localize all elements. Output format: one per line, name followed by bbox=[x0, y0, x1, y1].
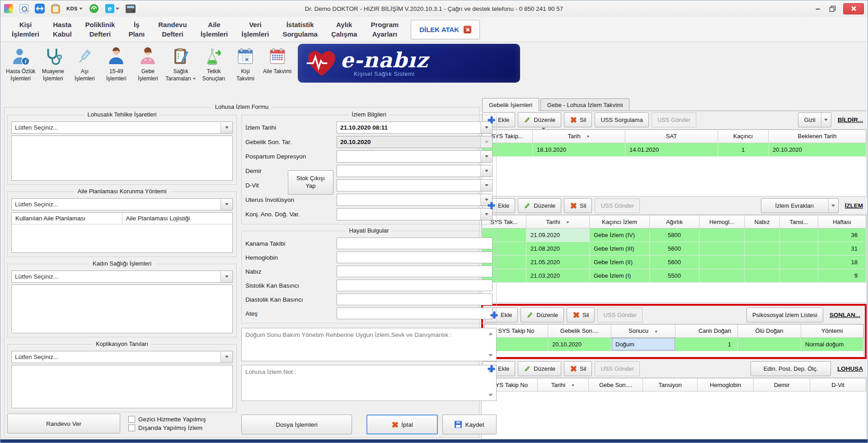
scroll-down-icon[interactable] bbox=[488, 394, 493, 396]
chevron-down-icon[interactable] bbox=[480, 209, 492, 220]
toolbar-item-15-49[interactable]: 15-49 İşlemleri bbox=[100, 44, 132, 82]
table-cell[interactable]: 18 bbox=[818, 256, 866, 269]
kadin-sagligi-listbox[interactable] bbox=[11, 284, 233, 333]
table-cell[interactable]: 20.10.2020 bbox=[769, 143, 866, 156]
table-cell[interactable]: Gebe İzlem (I) bbox=[590, 269, 650, 283]
dosya-islemleri-button[interactable]: Dosya İşlemleri bbox=[241, 415, 352, 434]
table-cell[interactable]: 5600 bbox=[650, 256, 699, 269]
column-header[interactable]: Tarih▼ bbox=[533, 130, 625, 143]
column-header[interactable]: Ölü Doğan bbox=[738, 324, 801, 337]
gezici-hizmette-checkbox-row[interactable]: Gezici Hizmette Yapılmış bbox=[128, 416, 206, 423]
toolbar-item-muayene[interactable]: Muayene İşlemleri bbox=[37, 44, 69, 82]
lohusa-izlem-not-textarea[interactable]: Lohusa İzlem Not : bbox=[241, 365, 497, 401]
kaydet-button[interactable]: Kaydet bbox=[442, 415, 497, 434]
column-header[interactable]: Kullanılan Aile Planlaması bbox=[12, 213, 122, 224]
column-header[interactable]: Sonucu▲ bbox=[611, 324, 676, 337]
table-cell[interactable] bbox=[699, 256, 745, 269]
koplikasyon-listbox[interactable] bbox=[11, 365, 233, 408]
table-row[interactable]: 21.03.2020Gebe İzlem (I)55009 bbox=[482, 269, 866, 283]
column-header[interactable]: Ağırlık bbox=[650, 215, 699, 228]
tehlike-listbox[interactable] bbox=[11, 135, 233, 181]
table-cell[interactable]: Gebe İzlem (II) bbox=[590, 256, 650, 269]
ates-input[interactable] bbox=[337, 308, 493, 319]
table-cell[interactable]: 18.10.2020 bbox=[533, 143, 625, 156]
table-cell[interactable]: 21.08.2020 bbox=[526, 242, 590, 256]
table-cell[interactable] bbox=[780, 269, 818, 283]
tab-is-plani[interactable]: İşPlanı bbox=[122, 19, 151, 40]
chevron-down-icon[interactable] bbox=[480, 165, 492, 177]
scroll-up-icon[interactable] bbox=[488, 332, 493, 335]
checkbox[interactable] bbox=[128, 424, 135, 431]
chevron-down-icon[interactable] bbox=[821, 113, 831, 127]
table-row[interactable]: 21.08.2020Gebe İzlem (III)560031 bbox=[482, 242, 866, 256]
sil-button[interactable]: Sil bbox=[567, 308, 595, 322]
table-cell[interactable]: Normal doğum bbox=[801, 337, 863, 351]
gizli-dropdown[interactable]: Gizli bbox=[798, 112, 831, 127]
column-header[interactable]: Demir bbox=[754, 378, 810, 392]
aile-planlamasi-empty-area[interactable] bbox=[12, 224, 232, 252]
tab-program-ayarlari[interactable]: ProgramAyarları bbox=[364, 19, 405, 40]
toolbar-item-saglik-taramalari[interactable]: Sağlık Taramaları bbox=[164, 44, 198, 82]
column-header[interactable]: Tansiyon bbox=[643, 378, 698, 392]
column-header[interactable]: Tarihi▼ bbox=[538, 378, 589, 392]
column-header[interactable]: Aile Planlaması Lojistiği bbox=[122, 213, 233, 224]
sil-button[interactable]: Sil bbox=[564, 198, 592, 213]
table-cell[interactable]: 36 bbox=[818, 228, 866, 242]
remote-support-icon[interactable] bbox=[35, 4, 45, 14]
table-cell[interactable] bbox=[699, 269, 745, 283]
search-icon[interactable] bbox=[19, 4, 28, 13]
e-app-menu[interactable]: e bbox=[105, 4, 119, 13]
psikososyal-izlem-listesi-button[interactable]: Psikososyal İzlem Listesi bbox=[746, 308, 823, 322]
table-cell[interactable]: 1 bbox=[676, 337, 738, 351]
tab-gebelik-islemleri[interactable]: Gebelik İşlemleri bbox=[482, 98, 539, 111]
table-cell[interactable]: 1 bbox=[718, 143, 769, 156]
table-cell[interactable] bbox=[699, 242, 745, 256]
table-row[interactable]: 21.05.2020Gebe İzlem (II)560018 bbox=[482, 256, 866, 269]
minimize-button[interactable]: – bbox=[814, 6, 822, 11]
diastolik-kan-basinci-input[interactable] bbox=[337, 294, 493, 305]
sistolik-kan-basinci-input[interactable] bbox=[337, 280, 493, 291]
sil-button[interactable]: Sil bbox=[564, 112, 592, 127]
column-header[interactable]: Nabız bbox=[745, 215, 780, 228]
koplikasyon-combo[interactable]: Lütfen Seçiniz... bbox=[11, 351, 233, 363]
restore-button[interactable] bbox=[829, 5, 836, 12]
close-button[interactable] bbox=[843, 3, 864, 14]
chevron-down-icon[interactable] bbox=[221, 271, 232, 282]
dogum-sonu-bakim-textarea[interactable]: Doğum Sonu Bakım Yönetim Rehberine Uygun… bbox=[241, 328, 497, 361]
column-header[interactable]: Kaçıncı İzlem bbox=[590, 215, 650, 228]
device-icon[interactable] bbox=[126, 5, 136, 13]
bildir-link[interactable]: BİLDİR... bbox=[838, 117, 863, 123]
table-cell[interactable]: 21.05.2020 bbox=[526, 256, 590, 269]
izlem-tarihi-combo[interactable]: 21.10.2020 08:11 bbox=[337, 121, 493, 134]
tab-aile-islemleri[interactable]: Aileİşlemleri bbox=[194, 19, 235, 40]
column-header[interactable]: Hemoglobin bbox=[698, 378, 754, 392]
table-cell[interactable]: 20.10.2020 bbox=[548, 337, 611, 351]
uterus-involusyon-combo[interactable] bbox=[337, 194, 493, 206]
column-header[interactable]: Hemogl... bbox=[699, 215, 745, 228]
toolbar-item-asi[interactable]: Aşı İşlemleri bbox=[69, 44, 100, 82]
table-cell[interactable] bbox=[745, 242, 780, 256]
checkbox[interactable] bbox=[128, 416, 135, 423]
tab-randevu-defteri[interactable]: RandevuDefteri bbox=[151, 19, 193, 40]
table-cell[interactable]: 31 bbox=[818, 242, 866, 256]
column-header[interactable]: Haftası bbox=[818, 215, 866, 228]
nabiz-input[interactable] bbox=[337, 266, 493, 277]
toolbar-item-gebe[interactable]: Gebe İşlemleri bbox=[132, 44, 164, 82]
column-header[interactable]: SAT bbox=[625, 130, 718, 143]
column-header[interactable]: Canlı Doğan bbox=[676, 324, 738, 337]
chevron-down-icon[interactable] bbox=[480, 122, 492, 133]
table-cell[interactable] bbox=[699, 228, 745, 242]
table-cell[interactable]: Gebe İzlem (IV) bbox=[590, 228, 650, 242]
table-cell[interactable] bbox=[780, 242, 818, 256]
table-cell[interactable]: 21.09.2020 bbox=[526, 228, 590, 242]
tab-veri-islemleri[interactable]: Veriİşlemleri bbox=[235, 19, 276, 40]
hemoglobin-input[interactable] bbox=[337, 252, 493, 263]
tehlike-combo[interactable]: Lütfen Seçiniz... bbox=[11, 121, 233, 134]
table-cell[interactable]: 5500 bbox=[650, 269, 699, 283]
column-header[interactable]: Tansi... bbox=[780, 215, 818, 228]
chevron-down-icon[interactable] bbox=[480, 151, 492, 162]
duzenle-button[interactable]: Düzenle bbox=[521, 308, 564, 322]
toolbar-item-hasta-ozluk[interactable]: i Hasta Özlük İşlemleri bbox=[4, 44, 37, 82]
scroll-down-icon[interactable] bbox=[488, 354, 493, 357]
column-header[interactable]: Kaçıncı bbox=[718, 130, 769, 143]
